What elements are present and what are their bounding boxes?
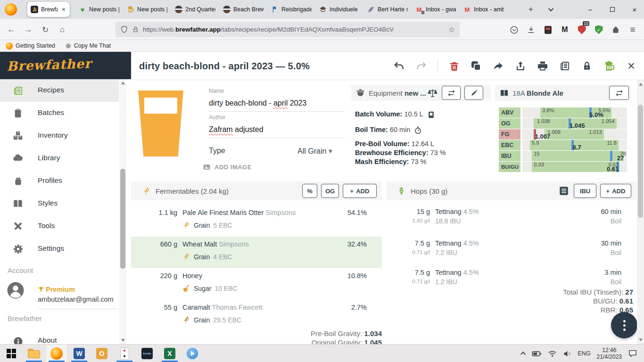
ibu-button[interactable]: IBU <box>574 184 596 198</box>
notification-icon[interactable] <box>628 349 637 358</box>
browser-tab[interactable]: Bert Harte s <box>364 2 411 16</box>
taskbar-mediaplayer[interactable] <box>186 347 199 360</box>
taskbar-word[interactable]: W <box>73 347 86 360</box>
scroll-up-icon[interactable] <box>639 83 643 86</box>
type-select[interactable]: All Grain ▾ <box>297 147 332 156</box>
sidebar-item-styles[interactable]: Styles <box>0 192 119 215</box>
add-image-button[interactable]: ADD IMAGE <box>203 163 252 171</box>
url-bar[interactable]: https://web.brewfather.app/tabs/recipes/… <box>116 22 460 37</box>
sidebar-item-batches[interactable]: Batches <box>0 102 119 124</box>
scrollbar-thumb[interactable] <box>120 169 125 269</box>
taskbar-explorer[interactable] <box>27 347 41 360</box>
scroll-up-icon[interactable] <box>121 82 125 84</box>
reload-button[interactable]: ↻ <box>40 24 51 35</box>
fermentable-row[interactable]: 1.1 kg Pale Ale Finest Maris Otter Simps… <box>131 205 382 237</box>
robot-extension-icon[interactable] <box>542 24 553 35</box>
browser-tab[interactable]: Individuele <box>316 2 363 16</box>
scrollbar-thumb[interactable] <box>638 105 643 218</box>
taskbar-firefox[interactable] <box>46 345 67 362</box>
og-button[interactable]: OG <box>321 184 339 198</box>
start-button[interactable] <box>5 347 18 360</box>
tab-close-icon[interactable]: × <box>61 6 66 13</box>
main-scrollbar[interactable] <box>637 80 644 344</box>
add-fermentable-button[interactable]: +ADD <box>343 184 377 198</box>
taskbar-excel[interactable]: X <box>163 347 176 360</box>
scale-button[interactable] <box>428 88 438 98</box>
sidebar-item-about[interactable]: About <box>0 328 119 344</box>
window-close-button[interactable]: × <box>625 2 644 17</box>
bookmark-star-icon[interactable]: ☆ <box>448 25 455 34</box>
menu-icon[interactable]: ≡ <box>627 24 638 35</box>
browser-tab[interactable]: M0 Inbox - gwa <box>412 2 459 16</box>
scroll-down-icon[interactable] <box>639 338 643 341</box>
calculator-icon[interactable] <box>427 111 435 119</box>
scroll-down-icon[interactable] <box>121 339 125 342</box>
extensions-icon[interactable] <box>610 24 621 35</box>
boil-list-button[interactable] <box>559 186 569 196</box>
language-indicator[interactable]: ENG <box>578 350 591 357</box>
wifi-icon[interactable] <box>548 349 557 358</box>
redo-button[interactable] <box>415 60 428 72</box>
print-button[interactable] <box>537 60 549 72</box>
duplicate-button[interactable] <box>470 60 482 72</box>
forward-button[interactable]: → <box>23 24 34 35</box>
browser-tab[interactable]: b Brewfath × <box>27 2 70 17</box>
home-button[interactable]: ⌂ <box>57 24 68 35</box>
export-button[interactable] <box>514 60 527 72</box>
bookmark-item[interactable]: ⊕Copy Me That <box>66 42 111 49</box>
author-field[interactable]: Zafram adjusted <box>209 125 264 134</box>
sidebar-scrollbar[interactable] <box>119 79 126 344</box>
brew-button[interactable] <box>603 60 615 72</box>
new-tab-button[interactable]: + <box>524 3 537 16</box>
bookmark-item[interactable]: Getting Started <box>6 42 55 49</box>
shield-icon[interactable] <box>120 25 128 33</box>
close-button[interactable]: × <box>625 60 637 72</box>
undo-button[interactable] <box>393 60 405 72</box>
back-button[interactable]: ← <box>6 24 17 35</box>
timer-icon[interactable] <box>414 126 422 134</box>
report-button[interactable] <box>559 60 571 72</box>
lock-icon[interactable] <box>132 26 139 33</box>
avatar[interactable] <box>7 281 25 299</box>
taskbar-kindle[interactable]: kindle <box>140 347 154 360</box>
browser-tab[interactable]: New posts | <box>124 2 171 16</box>
sidebar-item-tools[interactable]: Tools <box>0 215 119 238</box>
browser-tab[interactable]: M Inbox - amb <box>460 2 507 16</box>
fermentable-row[interactable]: 660 g Wheat Malt Simpsons 32.4% Grain4 E… <box>131 237 382 268</box>
hop-row[interactable]: 15 g 1.43 g/l Tettnang 4.5% 18.8 IBU 60 … <box>387 205 636 234</box>
browser-tab[interactable]: Beach Brew <box>220 2 267 16</box>
swap-style-button[interactable] <box>609 86 629 100</box>
lock-button[interactable] <box>581 60 593 72</box>
sidebar-item-library[interactable]: Library <box>0 147 119 170</box>
pocket-icon[interactable] <box>508 24 520 35</box>
download-icon[interactable] <box>525 24 537 35</box>
edit-equipment-button[interactable] <box>464 86 483 100</box>
browser-tab[interactable]: Reisbrigade <box>268 2 315 16</box>
hop-row[interactable]: 7.5 g 0.71 g/l Tettnang 4.5% 7.2 IBU 30 … <box>387 237 636 266</box>
percent-button[interactable]: % <box>302 184 317 198</box>
fermentable-row[interactable]: 55 g Caramalt Thomas Fawcett 2.7% Grain2… <box>131 300 382 331</box>
sidebar-item-recipes[interactable]: Recipes <box>0 79 119 102</box>
battery-icon[interactable] <box>532 349 542 359</box>
share-button[interactable] <box>492 60 504 72</box>
firefox-menu-icon[interactable] <box>5 3 17 16</box>
fermentable-row[interactable]: 220 g Honey 10.8% Sugar10 EBC <box>131 268 382 300</box>
antivirus-icon[interactable]: ✓ <box>593 24 604 35</box>
tab-list-button[interactable] <box>545 3 558 16</box>
add-hop-button[interactable]: +ADD <box>600 184 631 198</box>
tray-expand-icon[interactable] <box>520 352 525 357</box>
adblock-icon[interactable]: 15 <box>576 24 587 35</box>
malwarebytes-icon[interactable]: M <box>559 24 570 35</box>
taskbar-solitaire[interactable]: ♥♠ <box>118 347 131 360</box>
sidebar-item-settings[interactable]: Settings <box>0 238 119 260</box>
sidebar-item-profiles[interactable]: Profiles <box>0 170 119 192</box>
name-field[interactable]: dirty beach-blond - april 2023 <box>209 99 306 107</box>
sidebar-item-inventory[interactable]: Inventory <box>0 124 119 147</box>
delete-button[interactable] <box>448 60 460 72</box>
browser-tab[interactable]: 2nd Quarter <box>172 2 219 16</box>
taskbar-outlook[interactable]: O <box>95 347 108 360</box>
fab-menu-button[interactable] <box>611 312 637 338</box>
clock[interactable]: 12:4621/4/2023 <box>597 347 622 360</box>
window-maximize-button[interactable] <box>603 2 622 17</box>
browser-tab[interactable]: ♥ New posts | <box>75 2 123 16</box>
